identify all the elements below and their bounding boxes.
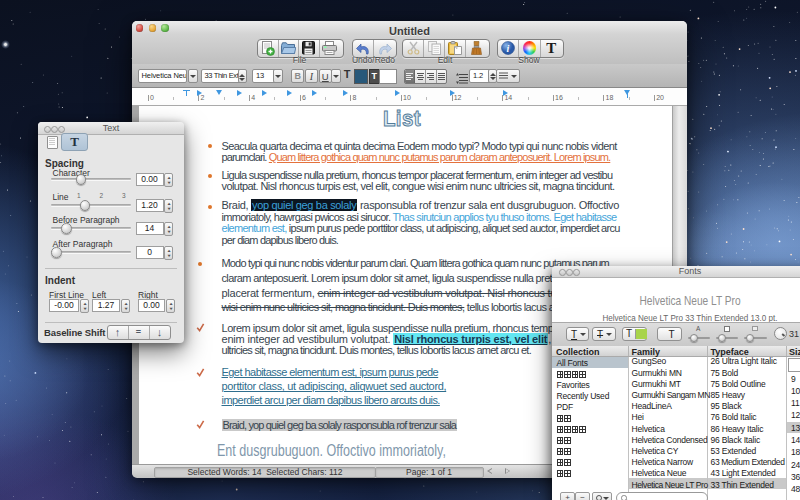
svg-text:i: i (507, 43, 510, 54)
